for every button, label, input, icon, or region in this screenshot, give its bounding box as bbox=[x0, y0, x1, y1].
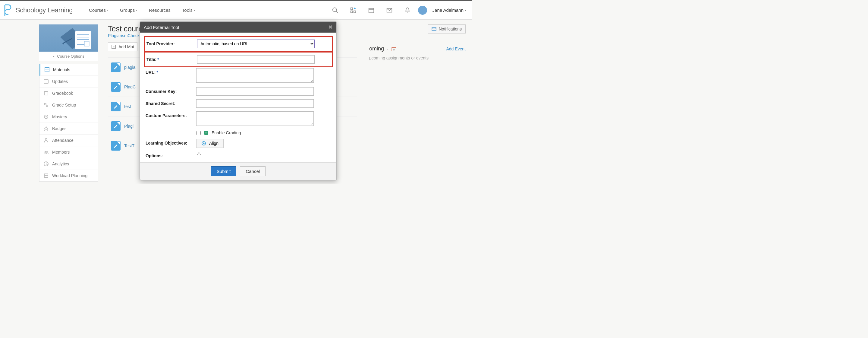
calendar-icon: 17 bbox=[391, 46, 397, 52]
svg-point-45 bbox=[203, 143, 205, 144]
tool-provider-select[interactable]: Automatic, based on URL bbox=[197, 39, 315, 48]
submit-button[interactable]: Submit bbox=[211, 166, 237, 176]
sidebar-item-badges[interactable]: Badges bbox=[39, 123, 98, 135]
left-column: ▾ Course Options Materials Updates Gr bbox=[0, 24, 99, 184]
svg-point-48 bbox=[200, 154, 201, 155]
enable-grading-label: Enable Grading bbox=[212, 130, 241, 135]
label-title: Title:* bbox=[147, 55, 197, 62]
notifications-label: Notifications bbox=[439, 27, 462, 31]
align-button[interactable]: Align bbox=[196, 139, 224, 148]
label-url-text: URL: bbox=[146, 70, 156, 75]
notifications-button[interactable]: Notifications bbox=[428, 24, 466, 33]
svg-rect-11 bbox=[75, 31, 91, 49]
nav-groups[interactable]: Groups▾ bbox=[116, 7, 142, 13]
mail-icon bbox=[432, 27, 436, 31]
svg-rect-43 bbox=[205, 133, 207, 133]
label-shared-secret: Shared Secret: bbox=[146, 99, 196, 106]
url-input[interactable] bbox=[196, 68, 314, 83]
sidebar-item-materials[interactable]: Materials bbox=[39, 64, 98, 76]
sidebar-item-mastery[interactable]: Mastery bbox=[39, 111, 98, 123]
svg-marker-5 bbox=[353, 7, 355, 9]
align-label: Align bbox=[209, 141, 218, 146]
chevron-down-icon: ▾ bbox=[107, 8, 108, 12]
label-consumer-key: Consumer Key: bbox=[146, 87, 196, 94]
label-title-text: Title: bbox=[147, 57, 156, 62]
material-name: Plagi bbox=[124, 124, 133, 129]
course-options-toggle[interactable]: ▾ Course Options bbox=[39, 52, 98, 61]
svg-rect-20 bbox=[45, 67, 49, 72]
enable-grading-checkbox[interactable] bbox=[196, 131, 201, 135]
svg-point-28 bbox=[45, 139, 47, 140]
add-materials-button[interactable]: Add Mat bbox=[108, 42, 137, 51]
mastery-icon bbox=[43, 114, 49, 120]
svg-point-29 bbox=[44, 151, 46, 152]
label-learning-objectives: Learning Objectives: bbox=[146, 139, 196, 145]
sidebar-item-analytics[interactable]: Analytics bbox=[39, 158, 98, 170]
form-row-custom-parameters: Custom Parameters: bbox=[146, 110, 331, 129]
svg-point-30 bbox=[46, 151, 48, 152]
svg-rect-22 bbox=[44, 80, 48, 83]
sidebar-item-workload[interactable]: Workload Planning bbox=[39, 170, 98, 181]
sidebar-item-label: Grade Setup bbox=[52, 103, 76, 107]
nav-tools[interactable]: Tools▾ bbox=[178, 7, 199, 13]
chevron-down-icon: ▾ bbox=[53, 55, 55, 58]
modal-title: Add External Tool bbox=[144, 25, 179, 30]
material-name: TestT bbox=[124, 143, 134, 148]
svg-rect-39 bbox=[392, 47, 396, 48]
consumer-key-input[interactable] bbox=[196, 87, 314, 96]
material-tile-icon bbox=[111, 82, 121, 92]
modal-header: Add External Tool ✕ bbox=[140, 22, 336, 33]
gradebook-icon bbox=[43, 90, 49, 96]
form-row-enable-grading: Enable Grading bbox=[146, 129, 331, 137]
svg-point-24 bbox=[46, 105, 48, 107]
form-row-consumer-key: Consumer Key: bbox=[146, 85, 331, 97]
custom-parameters-input[interactable] bbox=[196, 111, 314, 126]
sidebar-item-grade-setup[interactable]: Grade Setup bbox=[39, 99, 98, 111]
materials-icon bbox=[44, 67, 50, 73]
user-menu[interactable]: Jane Adelmann ▾ bbox=[433, 7, 466, 13]
search-icon[interactable] bbox=[332, 7, 338, 13]
sidebar-item-label: Badges bbox=[52, 126, 66, 131]
options-menu[interactable] bbox=[196, 151, 331, 156]
sidebar-item-updates[interactable]: Updates bbox=[39, 76, 98, 87]
calendar-icon[interactable] bbox=[368, 7, 375, 13]
material-name: plagia bbox=[124, 65, 135, 70]
cancel-button[interactable]: Cancel bbox=[240, 166, 266, 176]
title-input[interactable] bbox=[197, 55, 315, 64]
svg-text:17: 17 bbox=[393, 49, 395, 51]
brand-block[interactable]: Schoology Learning bbox=[3, 4, 73, 16]
bell-icon[interactable] bbox=[404, 7, 411, 13]
nav-courses[interactable]: Courses▾ bbox=[85, 7, 113, 13]
add-materials-label: Add Mat bbox=[119, 45, 134, 49]
mail-icon[interactable] bbox=[386, 7, 393, 13]
chevron-down-icon: ▾ bbox=[136, 8, 137, 12]
nav-resources[interactable]: Resources bbox=[145, 7, 175, 13]
material-name: test bbox=[124, 104, 131, 109]
apps-icon[interactable] bbox=[350, 7, 356, 13]
user-avatar[interactable] bbox=[418, 6, 427, 15]
svg-point-23 bbox=[44, 103, 46, 105]
shared-secret-input[interactable] bbox=[196, 99, 314, 108]
course-section-link[interactable]: PlagiarismCheck.o bbox=[108, 33, 143, 38]
grading-icon bbox=[204, 130, 209, 135]
sidebar-item-attendance[interactable]: Attendance bbox=[39, 135, 98, 146]
upcoming-title: oming bbox=[369, 46, 384, 52]
right-column: Notifications oming · 17 Add Event pcomi… bbox=[363, 24, 472, 184]
chevron-down-icon: ▾ bbox=[194, 8, 195, 12]
svg-rect-6 bbox=[369, 8, 374, 13]
close-icon[interactable]: ✕ bbox=[328, 24, 333, 30]
svg-rect-34 bbox=[112, 45, 116, 49]
install-apps-link[interactable]: Install Your App(s) bbox=[39, 182, 99, 184]
material-tile-icon bbox=[111, 141, 121, 150]
sidebar-item-members[interactable]: Members bbox=[39, 146, 98, 158]
add-event-link[interactable]: Add Event bbox=[446, 47, 466, 51]
sidebar-item-gradebook[interactable]: Gradebook bbox=[39, 87, 98, 99]
modal-body: Tool Provider: Automatic, based on URL T… bbox=[140, 33, 336, 162]
material-tile-icon bbox=[111, 102, 121, 111]
label-url: URL:* bbox=[146, 68, 196, 75]
label-options: Options: bbox=[146, 151, 196, 158]
svg-point-0 bbox=[333, 7, 336, 11]
chevron-down-icon: ▾ bbox=[465, 8, 466, 12]
svg-line-1 bbox=[336, 11, 338, 13]
course-sidemenu: Materials Updates Gradebook Grade Setup bbox=[39, 64, 98, 182]
